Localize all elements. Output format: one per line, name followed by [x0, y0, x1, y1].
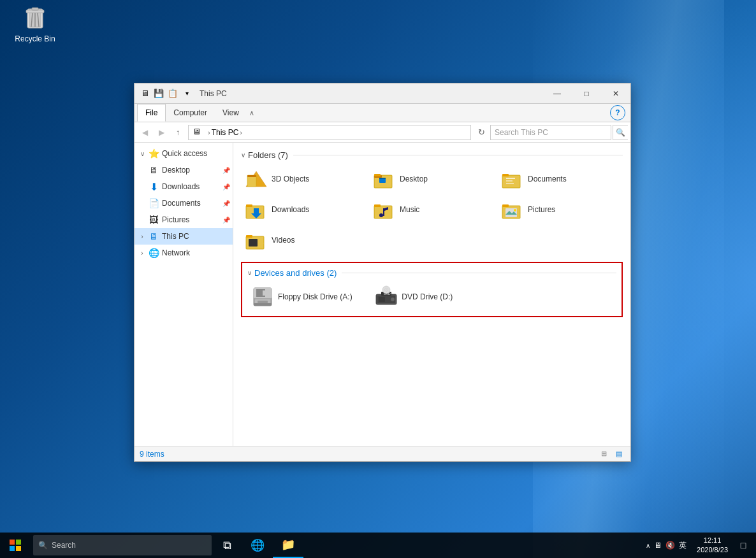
help-button[interactable]: ? [610, 105, 625, 120]
status-bar: 9 items ⊞ ▤ [134, 446, 630, 461]
ribbon-tabs: File Computer View ∧ ? [134, 104, 630, 122]
folder-music[interactable]: Music [369, 196, 495, 224]
file-explorer-window: 🖥 💾 📋 ▾ This PC — □ ✕ File Computer View… [134, 83, 631, 462]
this-pc-title-icon: 🖥 [138, 87, 151, 100]
language-indicator[interactable]: 英 [679, 540, 687, 551]
folders-grid: 3D Objects Desktop [241, 165, 623, 254]
desktop-nav-label: Desktop [162, 166, 222, 175]
folder-downloads[interactable]: Downloads [241, 196, 367, 224]
network-nav-label: Network [162, 248, 230, 257]
sidebar-item-this-pc[interactable]: › 🖥 This PC [134, 228, 233, 245]
svg-rect-41 [263, 290, 265, 296]
sidebar-item-downloads[interactable]: ⬇ Downloads 📌 [134, 178, 233, 195]
folder-desktop[interactable]: Desktop [369, 165, 495, 193]
taskbar-task-view[interactable]: ⧉ [212, 533, 242, 558]
refresh-button[interactable]: ↻ [474, 125, 489, 140]
back-button[interactable]: ◀ [137, 125, 152, 140]
ribbon-expand-chevron[interactable]: ∧ [247, 109, 257, 117]
desktop-pin-icon: 📌 [222, 167, 230, 174]
svg-rect-35 [246, 235, 252, 238]
svg-rect-27 [383, 208, 384, 216]
folder-music-label: Music [400, 205, 419, 214]
svg-point-33 [514, 209, 516, 211]
title-icon-3: 📋 [166, 87, 179, 100]
svg-rect-36 [249, 239, 258, 247]
folder-pictures-label: Pictures [528, 205, 555, 214]
network-chevron: › [137, 250, 147, 257]
clock-time: 12:11 [697, 536, 728, 545]
path-end-chevron: › [238, 129, 244, 136]
sidebar-item-network[interactable]: › 🌐 Network [134, 245, 233, 261]
folder-documents-icon [501, 168, 524, 190]
minimize-button[interactable]: — [542, 83, 572, 104]
search-icon[interactable]: 🔍 [613, 125, 628, 140]
details-view-btn[interactable]: ⊞ [597, 448, 610, 461]
downloads-pin-icon: 📌 [222, 183, 230, 190]
search-box[interactable]: Search This PC [490, 125, 611, 140]
svg-rect-55 [16, 540, 21, 545]
navigation-pane: ∨ ⭐ Quick access 🖥 Desktop 📌 ⬇ Downloads… [134, 143, 233, 446]
quick-access-header[interactable]: ∨ ⭐ Quick access [134, 145, 233, 162]
svg-point-48 [391, 297, 395, 301]
dropdown-arrow[interactable]: ▾ [180, 87, 193, 100]
dvd-label: DVD Drive (D:) [402, 292, 453, 301]
tab-view[interactable]: View [215, 104, 247, 122]
pictures-nav-label: Pictures [162, 215, 222, 224]
up-button[interactable]: ↑ [170, 125, 185, 140]
path-label: This PC [212, 128, 239, 137]
folder-videos[interactable]: Videos [241, 226, 367, 254]
taskbar-search[interactable]: 🔍 Search [33, 535, 212, 555]
notification-center[interactable]: □ [733, 533, 753, 558]
volume-systray-icon[interactable]: 🔇 [665, 541, 675, 550]
svg-rect-22 [246, 204, 252, 207]
folder-3d-label: 3D Objects [272, 175, 309, 183]
recycle-bin-icon[interactable]: Recycle Bin [13, 6, 57, 43]
folder-videos-icon [245, 229, 268, 252]
documents-nav-label: Documents [162, 199, 222, 208]
dvd-icon: DVD [375, 285, 398, 308]
taskbar: 🔍 Search ⧉ 🌐 📁 ∧ 🖥 🔇 英 12:11 2020/8/23 □ [0, 533, 756, 558]
sidebar-item-documents[interactable]: 📄 Documents 📌 [134, 195, 233, 211]
device-dvd[interactable]: DVD DVD Drive (D:) [371, 283, 492, 311]
address-path[interactable]: 🖥 › This PC › [188, 125, 471, 140]
sidebar-item-pictures[interactable]: 🖼 Pictures 📌 [134, 211, 233, 228]
devices-section-title: Devices and drives (2) [254, 268, 337, 278]
taskbar-system-tray: ∧ 🖥 🔇 英 12:11 2020/8/23 □ [641, 533, 756, 558]
forward-button[interactable]: ▶ [154, 125, 169, 140]
system-clock[interactable]: 12:11 2020/8/23 [692, 536, 733, 555]
taskbar-ie[interactable]: 🌐 [242, 533, 273, 558]
folders-divider [293, 155, 623, 155]
folders-chevron[interactable]: ∨ [241, 152, 245, 159]
tab-file[interactable]: File [137, 104, 166, 122]
systray-icons: ∧ 🖥 🔇 英 [641, 540, 692, 551]
folder-documents[interactable]: Documents [497, 165, 623, 193]
floppy-label: Floppy Disk Drive (A:) [278, 292, 353, 301]
tab-computer[interactable]: Computer [166, 104, 215, 122]
devices-divider [342, 273, 616, 273]
folder-desktop-icon [373, 168, 396, 190]
folder-documents-label: Documents [528, 175, 567, 183]
device-floppy[interactable]: Floppy Disk Drive (A:) [247, 283, 368, 311]
maximize-button[interactable]: □ [572, 83, 601, 104]
close-button[interactable]: ✕ [601, 83, 630, 104]
svg-rect-57 [16, 546, 21, 551]
search-placeholder: Search This PC [495, 128, 548, 137]
show-hidden-icon[interactable]: ∧ [646, 542, 650, 549]
folder-3d-objects[interactable]: 3D Objects [241, 165, 367, 193]
folder-pictures[interactable]: Pictures [497, 196, 623, 224]
svg-rect-10 [247, 175, 256, 177]
sidebar-item-desktop[interactable]: 🖥 Desktop 📌 [134, 162, 233, 178]
quick-access-chevron: ∨ [137, 150, 147, 157]
recycle-bin-label: Recycle Bin [15, 34, 55, 43]
svg-rect-43 [258, 301, 268, 303]
tiles-view-btn[interactable]: ▤ [613, 448, 625, 461]
svg-rect-25 [374, 204, 381, 207]
folders-section-header: ∨ Folders (7) [241, 150, 623, 160]
this-pc-nav-icon: 🖥 [147, 230, 160, 243]
devices-chevron[interactable]: ∨ [247, 269, 252, 276]
network-nav-icon: 🌐 [147, 247, 160, 259]
taskbar-file-explorer[interactable]: 📁 [273, 533, 303, 558]
recycle-bin-image [22, 6, 48, 32]
start-button[interactable] [0, 533, 31, 558]
network-systray-icon[interactable]: 🖥 [654, 541, 662, 550]
